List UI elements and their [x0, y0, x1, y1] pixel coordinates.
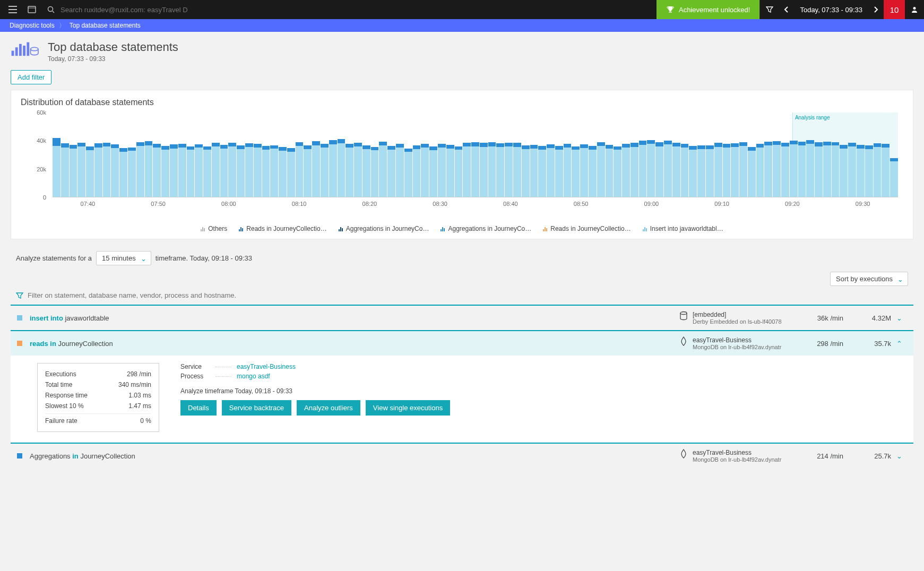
legend-item[interactable]: Aggregations in JourneyCo… — [339, 225, 429, 232]
analyze-timeframe-label: Analyze timeframe Today, 09:18 - 09:33 — [180, 387, 903, 395]
problem-count-badge[interactable]: 10 — [884, 0, 905, 19]
menu-icon[interactable] — [7, 4, 18, 15]
svg-point-2 — [913, 7, 916, 10]
page-icon — [11, 40, 40, 59]
chevron-down-icon[interactable]: ⌄ — [891, 452, 907, 460]
legend-item[interactable]: Others — [201, 225, 227, 232]
metrics-box: Executions298 /minTotal time340 ms/minRe… — [37, 363, 159, 432]
chevron-down-icon[interactable]: ⌄ — [891, 314, 907, 322]
svg-rect-3 — [12, 51, 14, 56]
svg-rect-7 — [27, 42, 29, 56]
statement-text: reads in JourneyCollection — [30, 340, 679, 348]
statement-filter-input[interactable] — [28, 291, 293, 299]
action-button[interactable]: Details — [180, 400, 217, 416]
action-button[interactable]: Analyze outliers — [297, 400, 360, 416]
total-value: 25.7k — [843, 452, 891, 460]
rate-value: 298 /min — [796, 340, 843, 348]
time-range-label[interactable]: Today, 07:33 - 09:33 — [795, 6, 868, 14]
mongodb-icon — [679, 336, 688, 346]
filter-icon — [16, 292, 23, 299]
total-value: 4.32M — [843, 314, 891, 322]
mongodb-icon — [679, 449, 688, 458]
timeframe-select[interactable]: 15 minutes ⌄ — [96, 251, 151, 265]
page-subtitle: Today, 07:33 - 09:33 — [48, 55, 178, 63]
statement-list: insert into javaworldtable [embedded]Der… — [11, 305, 913, 468]
chevron-right-icon: 〉 — [59, 21, 65, 30]
series-color-swatch — [17, 315, 22, 321]
statement-row[interactable]: reads in JourneyCollection easyTravel-Bu… — [11, 330, 913, 356]
chevron-down-icon: ⌄ — [897, 275, 903, 283]
achievement-banner[interactable]: Achievement unlocked! — [657, 0, 759, 19]
distribution-heading: Distribution of database statements — [21, 98, 903, 107]
action-button[interactable]: Service backtrace — [222, 400, 291, 416]
distribution-chart[interactable]: 020k40k60k Analysis range 07:4007:5008:0… — [21, 113, 903, 219]
db-name: [embedded] — [693, 311, 782, 318]
statement-text: Aggregations in JourneyCollection — [30, 452, 679, 460]
statement-row[interactable]: insert into javaworldtable [embedded]Der… — [11, 305, 913, 330]
filter-icon[interactable] — [759, 0, 779, 19]
database-icon — [679, 311, 688, 321]
svg-rect-5 — [19, 44, 22, 56]
series-color-swatch — [17, 453, 22, 458]
svg-rect-4 — [15, 47, 18, 56]
analyze-prefix: Analyze statements for a — [16, 254, 92, 262]
sort-select[interactable]: Sort by executions ⌄ — [830, 272, 908, 286]
search-icon[interactable] — [46, 4, 56, 15]
chevron-down-icon: ⌄ — [141, 254, 146, 262]
page-title: Top database statements — [48, 40, 178, 54]
service-link[interactable]: easyTravel-Business — [237, 363, 296, 370]
user-icon[interactable] — [905, 0, 924, 19]
time-next-icon[interactable] — [868, 6, 884, 13]
process-link[interactable]: mongo asdf — [237, 373, 270, 380]
chart-legend: OthersReads in JourneyCollectio…Aggregat… — [21, 221, 903, 235]
time-range-nav: Today, 07:33 - 09:33 — [779, 0, 884, 19]
rate-value: 36k /min — [796, 314, 843, 322]
time-prev-icon[interactable] — [779, 6, 795, 13]
db-host: MongoDB on lr-ub-lb4f92av.dynatr — [693, 456, 781, 463]
svg-rect-6 — [23, 46, 25, 56]
db-name: easyTravel-Business — [693, 336, 781, 344]
rate-value: 214 /min — [796, 452, 843, 460]
svg-point-1 — [48, 7, 53, 12]
analyze-suffix: timeframe. Today, 09:18 - 09:33 — [156, 254, 252, 262]
db-host: MongoDB on lr-ub-lb4f92av.dynatr — [693, 344, 781, 350]
svg-point-8 — [31, 47, 38, 50]
breadcrumb-item-current[interactable]: Top database statements — [65, 22, 145, 29]
trophy-icon — [666, 5, 675, 14]
breadcrumb: Diagnostic tools 〉 Top database statemen… — [0, 19, 924, 32]
db-host: Derby Embedded on ls-ub-lf40078 — [693, 318, 782, 325]
breadcrumb-item-tools[interactable]: Diagnostic tools — [5, 22, 59, 29]
top-bar: Achievement unlocked! Today, 07:33 - 09:… — [0, 0, 924, 19]
series-color-swatch — [17, 341, 22, 346]
svg-rect-0 — [28, 6, 36, 13]
svg-point-9 — [680, 312, 687, 315]
add-filter-button[interactable]: Add filter — [11, 70, 51, 84]
legend-item[interactable]: Reads in JourneyCollectio… — [239, 225, 326, 232]
action-button[interactable]: View single executions — [366, 400, 450, 416]
total-value: 35.7k — [843, 340, 891, 348]
statement-row[interactable]: Aggregations in JourneyCollection easyTr… — [11, 443, 913, 468]
legend-item[interactable]: Insert into javaworldtabl… — [643, 225, 723, 232]
statement-detail: Executions298 /minTotal time340 ms/minRe… — [11, 356, 913, 443]
legend-item[interactable]: Aggregations in JourneyCo… — [441, 225, 531, 232]
db-name: easyTravel-Business — [693, 449, 781, 456]
legend-item[interactable]: Reads in JourneyCollectio… — [543, 225, 631, 232]
chevron-up-icon[interactable]: ⌃ — [891, 340, 907, 348]
statement-text: insert into javaworldtable — [30, 314, 679, 322]
dashboard-icon[interactable] — [27, 4, 37, 15]
achievement-text: Achievement unlocked! — [679, 6, 750, 14]
search-input[interactable] — [61, 6, 188, 14]
